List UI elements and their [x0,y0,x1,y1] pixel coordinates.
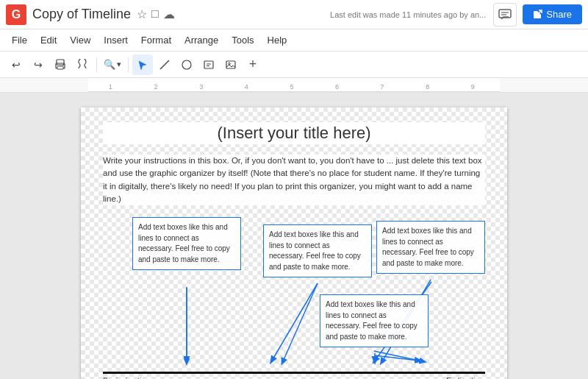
redo-button[interactable]: ↪ [28,54,49,75]
print-button[interactable] [50,54,71,75]
menu-view[interactable]: View [64,32,96,48]
select-tool[interactable] [132,54,153,75]
svg-line-8 [160,60,169,69]
timeline-line [103,372,485,374]
document-title[interactable]: Copy of Timeline [32,7,131,22]
title-bar: G Copy of Timeline ☆ □ ☁ Last edit was m… [0,0,588,29]
svg-line-16 [272,283,318,361]
svg-line-22 [283,283,318,361]
menu-tools[interactable]: Tools [226,32,259,48]
svg-line-24 [374,351,423,361]
zoom-value: 🔍 [104,59,115,70]
menu-file[interactable]: File [6,32,33,48]
svg-point-9 [182,60,191,69]
folder-icon[interactable]: □ [151,7,159,21]
text-box-4[interactable]: Add text boxes like this and lines to co… [320,294,429,347]
text-box-1[interactable]: Add text boxes like this and lines to co… [132,217,241,270]
app-logo: G [6,4,26,25]
toolbar: ↩ ↪ 🔍 ▾ [0,52,588,78]
undo-button[interactable]: ↩ [6,54,26,75]
ruler: // Generate ruler marks 1 2 3 4 5 6 7 8 … [0,78,588,93]
svg-point-14 [229,63,230,64]
menu-edit[interactable]: Edit [35,32,62,48]
text-box-3[interactable]: Add text boxes like this and lines to co… [376,221,485,274]
chat-button[interactable] [493,3,517,26]
menu-arrange[interactable]: Arrange [179,32,224,48]
shapes-tool[interactable] [176,54,197,75]
svg-rect-10 [204,61,213,68]
add-tool[interactable]: + [243,54,263,75]
image-tool[interactable] [220,54,241,75]
textbox-tool[interactable] [198,54,219,75]
menu-help[interactable]: Help [262,32,293,48]
last-edit-text: Last edit was made 11 minutes ago by an.… [330,10,486,19]
text-boxes-area: Add text boxes like this and lines to co… [103,217,485,372]
document-page: (Insert your title here) Write your inst… [81,107,507,379]
svg-line-19 [375,355,419,361]
paint-button[interactable] [72,54,93,75]
svg-rect-6 [57,66,63,69]
menu-insert[interactable]: Insert [98,32,134,48]
line-tool[interactable] [154,54,175,75]
document-title-text[interactable]: (Insert your title here) [103,122,485,144]
menu-format[interactable]: Format [135,32,177,48]
svg-point-7 [62,64,64,65]
title-icons: ☆ □ ☁ [137,7,175,21]
zoom-dropdown[interactable]: 🔍 ▾ [101,57,124,71]
text-box-2[interactable]: Add text boxes like this and lines to co… [263,224,372,277]
cloud-icon[interactable]: ☁ [163,7,175,21]
svg-rect-13 [226,61,235,68]
instructions-text[interactable]: Write your instructions in this box. Or,… [103,155,485,205]
menu-bar: File Edit View Insert Format Arrange Too… [0,29,588,52]
share-button[interactable]: Share [523,4,582,24]
svg-rect-4 [57,60,64,65]
main-canvas[interactable]: (Insert your title here) Write your inst… [0,93,588,379]
share-label: Share [546,9,572,20]
star-icon[interactable]: ☆ [137,7,147,21]
